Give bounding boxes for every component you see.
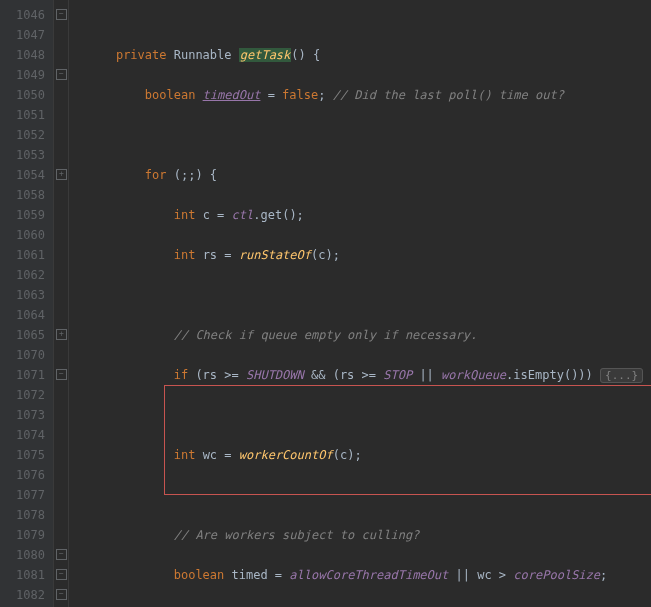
code-line: int wc = workerCountOf(c); <box>87 445 651 465</box>
line-number: 1058 <box>5 185 45 205</box>
code-line: for (;;) { <box>87 165 651 185</box>
line-number: 1075 <box>5 445 45 465</box>
line-number: 1079 <box>5 525 45 545</box>
line-number: 1073 <box>5 405 45 425</box>
line-number-gutter: 1046 1047 1048 1049 1050 1051 1052 1053 … <box>0 0 53 607</box>
code-line: private Runnable getTask() { <box>87 45 651 65</box>
line-number: 1080 <box>5 545 45 565</box>
line-number: 1053 <box>5 145 45 165</box>
fold-toggle-icon[interactable]: − <box>56 549 67 560</box>
line-number: 1049 <box>5 65 45 85</box>
fold-column: − − + + − − − − <box>53 0 69 607</box>
fold-toggle-icon[interactable]: − <box>56 589 67 600</box>
line-number: 1050 <box>5 85 45 105</box>
line-number: 1078 <box>5 505 45 525</box>
code-line <box>87 405 651 425</box>
line-number: 1064 <box>5 305 45 325</box>
fold-toggle-icon[interactable]: − <box>56 369 67 380</box>
line-number: 1074 <box>5 425 45 445</box>
line-number: 1081 <box>5 565 45 585</box>
line-number: 1046 <box>5 5 45 25</box>
code-editor: 1046 1047 1048 1049 1050 1051 1052 1053 … <box>0 0 651 607</box>
code-line <box>87 485 651 505</box>
code-line <box>87 125 651 145</box>
code-line: boolean timed = allowCoreThreadTimeOut |… <box>87 565 651 585</box>
code-line: int rs = runStateOf(c); <box>87 245 651 265</box>
fold-toggle-icon[interactable]: − <box>56 69 67 80</box>
line-number: 1062 <box>5 265 45 285</box>
line-number: 1054 <box>5 165 45 185</box>
line-number: 1072 <box>5 385 45 405</box>
line-number: 1070 <box>5 345 45 365</box>
line-number: 1071 <box>5 365 45 385</box>
code-line: // Are workers subject to culling? <box>87 525 651 545</box>
code-line: // Check if queue empty only if necessar… <box>87 325 651 345</box>
line-number: 1076 <box>5 465 45 485</box>
line-number: 1061 <box>5 245 45 265</box>
fold-toggle-icon[interactable]: − <box>56 569 67 580</box>
method-name: getTask <box>239 48 292 62</box>
fold-toggle-icon[interactable]: − <box>56 9 67 20</box>
line-number: 1059 <box>5 205 45 225</box>
line-number: 1051 <box>5 105 45 125</box>
code-line: int c = ctl.get(); <box>87 205 651 225</box>
code-line <box>87 285 651 305</box>
code-area[interactable]: private Runnable getTask() { boolean tim… <box>69 0 651 607</box>
line-number: 1065 <box>5 325 45 345</box>
line-number: 1052 <box>5 125 45 145</box>
fold-toggle-icon[interactable]: + <box>56 329 67 340</box>
line-number: 1063 <box>5 285 45 305</box>
fold-toggle-icon[interactable]: + <box>56 169 67 180</box>
line-number: 1077 <box>5 485 45 505</box>
line-number: 1048 <box>5 45 45 65</box>
line-number: 1060 <box>5 225 45 245</box>
line-number: 1047 <box>5 25 45 45</box>
highlight-box <box>164 385 651 495</box>
line-number: 1082 <box>5 585 45 605</box>
code-line: if (rs >= SHUTDOWN && (rs >= STOP || wor… <box>87 365 651 385</box>
folded-block[interactable]: {...} <box>600 368 643 383</box>
code-line: boolean timedOut = false; // Did the las… <box>87 85 651 105</box>
